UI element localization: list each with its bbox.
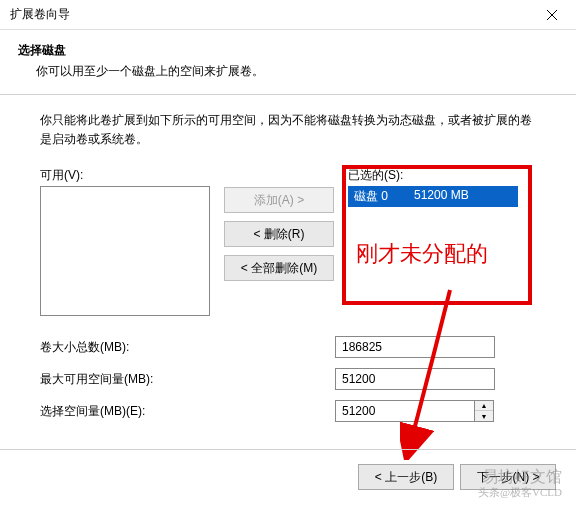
max-space-row: 最大可用空间量(MB):	[40, 368, 536, 390]
select-space-label: 选择空间量(MB)(E):	[40, 403, 335, 420]
header-title: 选择磁盘	[18, 42, 558, 59]
remove-all-button[interactable]: < 全部删除(M)	[224, 255, 334, 281]
selected-label: 已选的(S):	[348, 167, 518, 184]
total-size-row: 卷大小总数(MB):	[40, 336, 536, 358]
form-rows: 卷大小总数(MB): 最大可用空间量(MB): 选择空间量(MB)(E): ▲ …	[40, 336, 536, 422]
spin-up-button[interactable]: ▲	[475, 401, 493, 411]
selected-listbox[interactable]: 磁盘 0 51200 MB	[348, 186, 518, 316]
total-size-field	[335, 336, 495, 358]
back-button[interactable]: < 上一步(B)	[358, 464, 454, 490]
disk-size: 51200 MB	[414, 188, 469, 205]
selected-disk-item[interactable]: 磁盘 0 51200 MB	[348, 186, 518, 207]
close-icon	[547, 10, 557, 20]
max-space-label: 最大可用空间量(MB):	[40, 371, 335, 388]
transfer-buttons: 添加(A) > < 删除(R) < 全部删除(M)	[210, 167, 348, 281]
max-space-field	[335, 368, 495, 390]
add-button[interactable]: 添加(A) >	[224, 187, 334, 213]
disk-name: 磁盘 0	[354, 188, 414, 205]
remove-button[interactable]: < 删除(R)	[224, 221, 334, 247]
content-area: 你只能将此卷扩展到如下所示的可用空间，因为不能将磁盘转换为动态磁盘，或者被扩展的…	[0, 95, 576, 442]
window-title: 扩展卷向导	[10, 6, 70, 23]
header-description: 你可以用至少一个磁盘上的空间来扩展卷。	[36, 63, 558, 80]
available-listbox[interactable]	[40, 186, 210, 316]
spin-down-button[interactable]: ▼	[475, 411, 493, 421]
wizard-header: 选择磁盘 你可以用至少一个磁盘上的空间来扩展卷。	[0, 30, 576, 88]
selected-column: 已选的(S): 磁盘 0 51200 MB 刚才未分配的	[348, 167, 518, 316]
total-size-label: 卷大小总数(MB):	[40, 339, 335, 356]
next-button[interactable]: 下一步(N) >	[460, 464, 556, 490]
dual-listbox: 可用(V): 添加(A) > < 删除(R) < 全部删除(M) 已选的(S):…	[40, 167, 536, 316]
intro-text: 你只能将此卷扩展到如下所示的可用空间，因为不能将磁盘转换为动态磁盘，或者被扩展的…	[40, 111, 536, 149]
quantity-stepper: ▲ ▼	[335, 400, 494, 422]
wizard-footer: < 上一步(B) 下一步(N) >	[0, 449, 576, 490]
available-column: 可用(V):	[40, 167, 210, 316]
select-space-row: 选择空间量(MB)(E): ▲ ▼	[40, 400, 536, 422]
available-label: 可用(V):	[40, 167, 210, 184]
select-space-input[interactable]	[335, 400, 475, 422]
spin-buttons: ▲ ▼	[475, 400, 494, 422]
titlebar: 扩展卷向导	[0, 0, 576, 30]
close-button[interactable]	[532, 1, 572, 29]
